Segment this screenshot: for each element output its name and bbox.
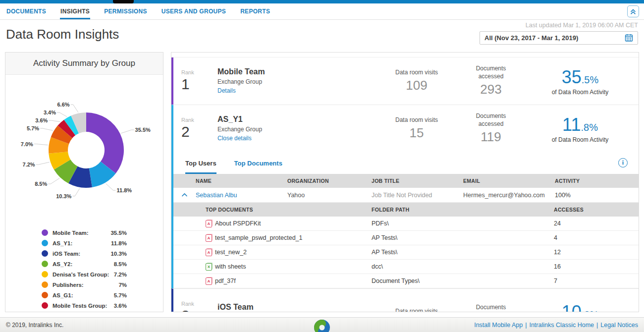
legend-item: AS_G1:5.7% — [42, 290, 127, 300]
details-tabs: Top Users Top Documents — [173, 152, 639, 174]
legend-item: Publishers:7% — [42, 279, 127, 290]
documents-accessed-label: Documents accessed — [468, 112, 514, 128]
date-range-value: All (Nov 23, 2017 - Mar 1, 2019) — [484, 34, 578, 42]
legend-color-dot — [42, 261, 48, 267]
main-nav: DOCUMENTS INSIGHTS PERMISSIONS USERS AND… — [0, 3, 644, 20]
install-mobile-app-link[interactable]: Install Mobile App — [474, 322, 523, 329]
rank-label: Rank — [181, 301, 209, 307]
calendar-icon — [625, 34, 633, 42]
group-rankings-panel: Rank 1 Mobile Team Exchange Group Detail… — [171, 52, 639, 312]
legend-item: iOS Team:10.3% — [42, 248, 127, 259]
documents-table-header: TOP DOCUMENTS FOLDER PATH ACCESSES — [173, 203, 639, 217]
group-name: AS_Y1 — [217, 115, 382, 124]
tab-top-users[interactable]: Top Users — [185, 152, 216, 174]
group-name: iOS Team — [217, 303, 382, 312]
activity-donut-chart: 35.5%11.8%10.3%8.5%7.2%7.0%5.7%3.6%3.4%6… — [5, 78, 163, 221]
legend-item: T_Group:3.4% — [42, 311, 127, 312]
user-activity: 100% — [555, 192, 639, 199]
accesses-count: 16 — [554, 263, 639, 270]
copyright-text: © 2019, Intralinks Inc. — [6, 322, 63, 329]
user-row: Sebastian Albu Yahoo Job Title Not Provi… — [173, 188, 639, 203]
intralinks-logo — [314, 319, 330, 332]
rank-number: 1 — [181, 76, 209, 93]
collapse-row-control[interactable] — [173, 193, 196, 197]
nav-tab-users-and-groups[interactable]: USERS AND GROUPS — [161, 3, 226, 19]
visits-label: Data room visits — [394, 69, 439, 77]
excel-file-icon — [206, 263, 212, 271]
group-section-rank-3: Rank 3 iOS Team Data room visits Documen… — [171, 288, 639, 312]
legal-notices-link[interactable]: Legal Notices — [600, 322, 638, 329]
user-name-link[interactable]: Sebastian Albu — [196, 192, 287, 199]
activity-summary-panel: Activity Summary by Group 35.5%11.8%10.3… — [5, 52, 163, 312]
document-name: with sheets — [215, 263, 246, 270]
pie-slice — [86, 112, 124, 173]
chart-legend: Mobile Team:35.5% AS_Y1:11.8% iOS Team:1… — [5, 227, 163, 312]
user-job-title: Job Title Not Provided — [372, 192, 463, 199]
legend-color-dot — [42, 229, 48, 236]
folder-path: PDFs\ — [372, 220, 554, 227]
nav-tab-reports[interactable]: REPORTS — [240, 3, 270, 19]
svg-text:35.5%: 35.5% — [135, 127, 151, 133]
activity-percentage: 11.8% of Data Room Activity — [531, 114, 630, 143]
svg-text:10.3%: 10.3% — [56, 193, 71, 199]
group-type: Exchange Group — [217, 126, 382, 133]
rank-label: Rank — [181, 69, 209, 75]
documents-accessed-label: Documents accessed — [468, 304, 514, 312]
folder-path: Document Types\ — [372, 277, 554, 284]
visits-value: 15 — [382, 125, 451, 141]
svg-text:8.5%: 8.5% — [35, 181, 47, 187]
document-row: test_sample_pswd_protected_1 AP Tests\ 4 — [173, 231, 639, 245]
activity-percentage: 10.3% — [531, 302, 630, 313]
page-title: Data Room Insights — [6, 27, 119, 42]
footer-links: Install Mobile App|Intralinks Classic Ho… — [474, 322, 638, 329]
group-name: Mobile Team — [217, 67, 382, 76]
nav-tab-insights[interactable]: INSIGHTS — [60, 3, 90, 19]
legend-color-dot — [42, 302, 48, 309]
accesses-count: 7 — [554, 277, 639, 284]
document-name: test_new_2 — [215, 249, 247, 256]
accesses-count: 12 — [554, 249, 639, 256]
folder-path: dcc\ — [372, 263, 554, 270]
user-email: Hermes_mercur@Yahoo.com — [463, 192, 555, 199]
topbar-notch — [113, 0, 134, 3]
svg-text:3.6%: 3.6% — [35, 117, 48, 123]
document-row: About PSPDFKit PDFs\ 24 — [173, 217, 639, 231]
nav-tab-permissions[interactable]: PERMISSIONS — [104, 3, 148, 19]
visits-label: Data room visits — [394, 308, 439, 312]
document-name: test_sample_pswd_protected_1 — [215, 234, 303, 241]
tab-top-documents[interactable]: Top Documents — [234, 152, 282, 174]
svg-text:3.4%: 3.4% — [44, 110, 56, 115]
details-link[interactable]: Details — [217, 87, 236, 94]
info-icon[interactable] — [618, 158, 628, 167]
rank-number: 2 — [181, 123, 209, 140]
close-details-link[interactable]: Close details — [217, 135, 252, 142]
legend-item: Denisa's Test Group:7.2% — [42, 269, 127, 279]
accesses-count: 24 — [554, 220, 639, 227]
documents-accessed-value: 119 — [456, 129, 526, 145]
legend-item: Mobile Tests Group:3.6% — [42, 300, 127, 311]
legend-item: AS_Y1:11.8% — [42, 238, 127, 248]
date-range-select[interactable]: All (Nov 23, 2017 - Mar 1, 2019) — [480, 31, 638, 45]
legend-color-dot — [42, 281, 48, 288]
svg-text:7.0%: 7.0% — [21, 141, 33, 147]
visits-label: Data room visits — [394, 116, 439, 124]
rank-number: 3 — [181, 307, 209, 312]
group-section-rank-2: Rank 2 AS_Y1 Exchange Group Close detail… — [171, 105, 639, 288]
legend-color-dot — [42, 271, 48, 277]
collapse-header-button[interactable] — [627, 5, 639, 17]
chevron-up-icon — [181, 193, 188, 197]
intralinks-classic-home-link[interactable]: Intralinks Classic Home — [529, 322, 594, 329]
documents-accessed-label: Documents accessed — [468, 65, 514, 80]
pdf-file-icon — [206, 220, 212, 227]
documents-accessed-value: 293 — [456, 82, 526, 97]
document-row: with sheets dcc\ 16 — [173, 260, 639, 274]
last-updated-text: Last updated Mar 1, 2019 06:00 AM CET — [480, 22, 638, 29]
svg-text:5.7%: 5.7% — [27, 125, 39, 131]
nav-tab-documents[interactable]: DOCUMENTS — [6, 3, 47, 19]
document-row: test_new_2 AP Tests\ 12 — [173, 245, 639, 260]
document-row: pdf_37f Document Types\ 7 — [173, 274, 639, 288]
users-table-header: NAME ORGANIZATION JOB TITLE EMAIL ACTIVI… — [173, 174, 639, 188]
top-blue-bar — [0, 0, 644, 3]
svg-text:11.8%: 11.8% — [117, 187, 132, 193]
folder-path: AP Tests\ — [372, 234, 554, 241]
